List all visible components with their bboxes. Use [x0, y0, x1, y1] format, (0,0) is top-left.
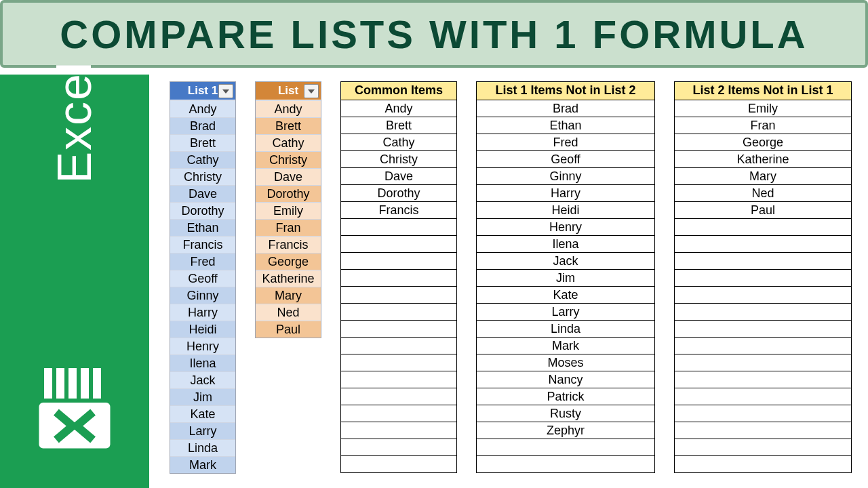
list1-row[interactable]: Geoff [170, 270, 235, 287]
common-items-cell[interactable]: Dave [340, 168, 457, 185]
common-items-cell[interactable] [340, 354, 457, 371]
list2-not-in-list1-cell[interactable]: Mary [674, 168, 852, 185]
list1-row[interactable]: Jim [170, 388, 235, 405]
list2-not-in-list1-cell[interactable] [674, 253, 852, 270]
list1-row[interactable]: Andy [170, 100, 235, 117]
list1-not-in-list2-cell[interactable]: Moses [476, 354, 655, 371]
list2-header[interactable]: List [256, 82, 321, 100]
list1-not-in-list2-cell[interactable]: Ilena [476, 236, 655, 253]
common-items-cell[interactable] [340, 338, 457, 354]
list2-not-in-list1-cell[interactable] [674, 405, 852, 422]
list1-not-in-list2-cell[interactable]: Larry [476, 304, 655, 321]
list1-header[interactable]: List 1 [170, 82, 235, 100]
list1-not-in-list2-cell[interactable]: Henry [476, 219, 655, 236]
list2-not-in-list1-cell[interactable] [674, 388, 852, 405]
common-items-cell[interactable] [340, 456, 457, 473]
list1-not-in-list2-cell[interactable]: Ethan [476, 117, 655, 134]
list1-row[interactable]: Linda [170, 439, 235, 456]
list1-not-in-list2-cell[interactable]: Heidi [476, 202, 655, 219]
list2-not-in-list1-cell[interactable] [674, 456, 852, 473]
list1-row[interactable]: Kate [170, 405, 235, 422]
list2-not-in-list1-cell[interactable]: Paul [674, 202, 852, 219]
list2-not-in-list1-cell[interactable] [674, 354, 852, 371]
list1-not-in-list2-cell[interactable]: Ginny [476, 168, 655, 185]
list1-not-in-list2-cell[interactable]: Harry [476, 185, 655, 202]
list2-row[interactable]: Brett [256, 117, 321, 134]
list1-row[interactable]: Ginny [170, 287, 235, 304]
list2-row[interactable]: Christy [256, 151, 321, 168]
list1-row[interactable]: Dorothy [170, 202, 235, 219]
common-items-cell[interactable] [340, 287, 457, 304]
list2-not-in-list1-cell[interactable] [674, 321, 852, 338]
list1-not-in-list2-cell[interactable] [476, 456, 655, 473]
list2-not-in-list1-cell[interactable] [674, 439, 852, 456]
list1-row[interactable]: Fred [170, 253, 235, 270]
common-items-cell[interactable] [340, 405, 457, 422]
list1-row[interactable]: Henry [170, 338, 235, 354]
list1-not-in-list2-cell[interactable]: Patrick [476, 388, 655, 405]
list1-not-in-list2-cell[interactable]: Geoff [476, 151, 655, 168]
list2-not-in-list1-cell[interactable]: Ned [674, 185, 852, 202]
list1-row[interactable]: Heidi [170, 321, 235, 338]
filter-dropdown-icon[interactable] [304, 84, 319, 98]
list1-row[interactable]: Mark [170, 456, 235, 473]
list1-row[interactable]: Ilena [170, 354, 235, 371]
list1-row[interactable]: Harry [170, 304, 235, 321]
list1-not-in-list2-cell[interactable]: Jack [476, 253, 655, 270]
filter-dropdown-icon[interactable] [218, 84, 233, 98]
common-items-cell[interactable]: Brett [340, 117, 457, 134]
common-items-cell[interactable] [340, 321, 457, 338]
list2-not-in-list1-cell[interactable] [674, 270, 852, 287]
list1-not-in-list2-cell[interactable]: Nancy [476, 371, 655, 388]
list1-row[interactable]: Jack [170, 371, 235, 388]
common-items-cell[interactable] [340, 270, 457, 287]
list2-not-in-list1-cell[interactable]: George [674, 134, 852, 151]
common-items-cell[interactable] [340, 388, 457, 405]
common-items-cell[interactable]: Francis [340, 202, 457, 219]
list2-not-in-list1-cell[interactable] [674, 219, 852, 236]
list2-not-in-list1-cell[interactable] [674, 236, 852, 253]
common-items-cell[interactable] [340, 236, 457, 253]
list2-not-in-list1-cell[interactable]: Katherine [674, 151, 852, 168]
list1-row[interactable]: Christy [170, 168, 235, 185]
common-items-cell[interactable]: Christy [340, 151, 457, 168]
list1-row[interactable]: Francis [170, 236, 235, 253]
list2-not-in-list1-cell[interactable]: Emily [674, 100, 852, 117]
list2-row[interactable]: Fran [256, 219, 321, 236]
list1-not-in-list2-cell[interactable]: Fred [476, 134, 655, 151]
list1-row[interactable]: Dave [170, 185, 235, 202]
common-items-cell[interactable]: Dorothy [340, 185, 457, 202]
common-items-cell[interactable]: Andy [340, 100, 457, 117]
list2-not-in-list1-cell[interactable] [674, 287, 852, 304]
list2-not-in-list1-cell[interactable] [674, 422, 852, 439]
common-items-cell[interactable] [340, 253, 457, 270]
list1-not-in-list2-cell[interactable]: Zephyr [476, 422, 655, 439]
common-items-cell[interactable] [340, 422, 457, 439]
list2-row[interactable]: Andy [256, 100, 321, 117]
list2-row[interactable]: Cathy [256, 134, 321, 151]
list2-not-in-list1-cell[interactable] [674, 371, 852, 388]
common-items-cell[interactable] [340, 439, 457, 456]
list2-not-in-list1-cell[interactable]: Fran [674, 117, 852, 134]
list1-row[interactable]: Larry [170, 422, 235, 439]
list1-not-in-list2-cell[interactable]: Rusty [476, 405, 655, 422]
list2-row[interactable]: Mary [256, 287, 321, 304]
list1-not-in-list2-cell[interactable] [476, 439, 655, 456]
common-items-cell[interactable] [340, 304, 457, 321]
common-items-cell[interactable]: Cathy [340, 134, 457, 151]
list1-row[interactable]: Brad [170, 117, 235, 134]
list1-not-in-list2-cell[interactable]: Jim [476, 270, 655, 287]
list2-row[interactable]: Dorothy [256, 185, 321, 202]
list2-row[interactable]: Dave [256, 168, 321, 185]
common-items-cell[interactable] [340, 219, 457, 236]
list1-not-in-list2-cell[interactable]: Brad [476, 100, 655, 117]
list1-not-in-list2-cell[interactable]: Mark [476, 338, 655, 354]
list2-row[interactable]: Francis [256, 236, 321, 253]
common-items-cell[interactable] [340, 371, 457, 388]
list2-row[interactable]: Katherine [256, 270, 321, 287]
list1-row[interactable]: Cathy [170, 151, 235, 168]
list1-not-in-list2-cell[interactable]: Linda [476, 321, 655, 338]
list2-not-in-list1-cell[interactable] [674, 338, 852, 354]
list1-row[interactable]: Brett [170, 134, 235, 151]
list2-row[interactable]: Paul [256, 321, 321, 338]
